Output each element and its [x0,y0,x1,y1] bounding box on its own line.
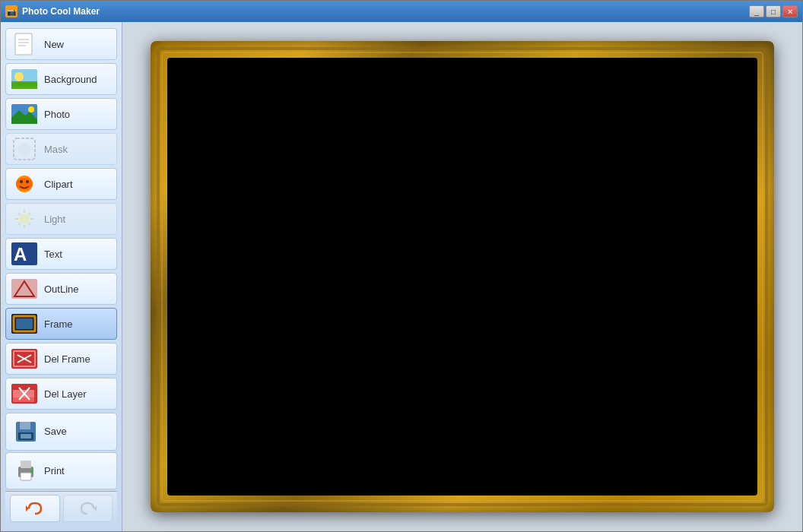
mask-icon [11,135,38,163]
title-bar: 📷 Photo Cool Maker _ □ ✕ [1,1,802,22]
canvas-area: 🎀 [122,22,802,531]
speech-bubble-text: Nice Weather! [452,257,552,277]
sidebar-item-photo[interactable]: Photo [5,98,117,130]
background-label: Background [44,74,97,85]
svg-point-49 [30,470,33,473]
svg-rect-7 [11,83,37,86]
undo-button[interactable] [10,495,60,522]
photo-label: Photo [44,109,70,120]
print-icon [12,457,40,484]
close-button[interactable]: ✕ [782,5,798,17]
save-button[interactable]: Save [5,413,117,451]
light-label: Light [44,214,65,225]
sidebar-item-light[interactable]: Light [5,203,117,235]
save-label: Save [44,426,67,437]
sidebar-item-del-layer[interactable]: Del Layer [5,378,117,410]
svg-rect-45 [21,434,31,439]
frame-label: Frame [44,318,73,330]
speech-bubble-tail-1 [487,301,525,339]
window-controls: _ □ ✕ [749,5,798,17]
del-frame-icon [11,345,38,372]
happy-text: HAPPY [712,415,728,470]
svg-rect-43 [20,422,30,429]
print-label: Print [44,465,65,477]
svg-line-22 [18,213,21,215]
photo-inset [548,62,754,229]
svg-point-12 [18,143,30,155]
minimize-button[interactable]: _ [749,5,764,17]
photo-icon [11,100,38,128]
sidebar-item-frame[interactable]: Frame [5,308,117,340]
sidebar: New Background [1,22,122,531]
sidebar-item-new[interactable]: New [5,28,117,60]
balloon-blue [289,69,331,119]
window-title: Photo Cool Maker [22,6,744,17]
sidebar-item-del-frame[interactable]: Del Frame [5,343,117,375]
undo-redo-bar [5,491,117,525]
svg-point-17 [20,214,29,223]
clipart-icon [11,170,38,198]
svg-rect-48 [21,473,31,480]
cloud-1b [350,65,441,103]
svg-line-23 [28,223,30,225]
svg-point-10 [28,106,34,112]
outline-icon [11,275,38,302]
svg-rect-47 [21,461,31,468]
del-frame-label: Del Frame [44,353,90,365]
svg-point-61 [373,222,418,344]
app-icon: 📷 [5,5,17,17]
svg-point-16 [26,180,29,183]
speech-bubble: Nice Weather! [426,217,578,316]
save-icon [12,418,40,445]
new-label: New [44,39,64,50]
sidebar-item-outline[interactable]: OutLine [5,273,117,305]
maximize-button[interactable]: □ [766,5,781,17]
print-button[interactable]: Print [5,452,117,490]
svg-point-6 [14,72,24,81]
svg-rect-0 [15,33,32,55]
sidebar-item-text[interactable]: A Text [5,238,117,270]
svg-line-25 [18,223,21,225]
svg-point-60 [281,222,327,344]
mask-label: Mask [44,144,68,155]
text-label: Text [44,249,62,260]
sidebar-item-mask[interactable]: Mask [5,133,117,165]
redo-button[interactable] [63,495,113,522]
clipart-label: Clipart [44,179,73,190]
new-icon [11,30,38,58]
cloud-3b [620,309,712,354]
background-icon [11,65,38,93]
photo-frame: 🎀 [151,41,774,512]
main-window: 📷 Photo Cool Maker _ □ ✕ New [0,0,803,532]
photo-canvas: 🎀 [167,58,757,496]
outline-label: OutLine [44,283,79,295]
content-area: New Background [1,22,802,531]
svg-rect-32 [16,318,33,329]
frame-icon [11,310,38,337]
svg-line-24 [28,213,30,215]
speech-bubble-tail-2 [502,335,525,358]
text-icon: A [11,240,38,268]
sidebar-item-clipart[interactable]: Clipart [5,168,117,200]
sidebar-item-background[interactable]: Background [5,63,117,95]
light-icon [11,205,38,233]
del-layer-icon [11,380,38,407]
del-layer-label: Del Layer [44,388,87,400]
svg-point-15 [20,180,23,183]
happy-banner: HAPPY [697,404,742,480]
svg-text:A: A [14,244,27,264]
